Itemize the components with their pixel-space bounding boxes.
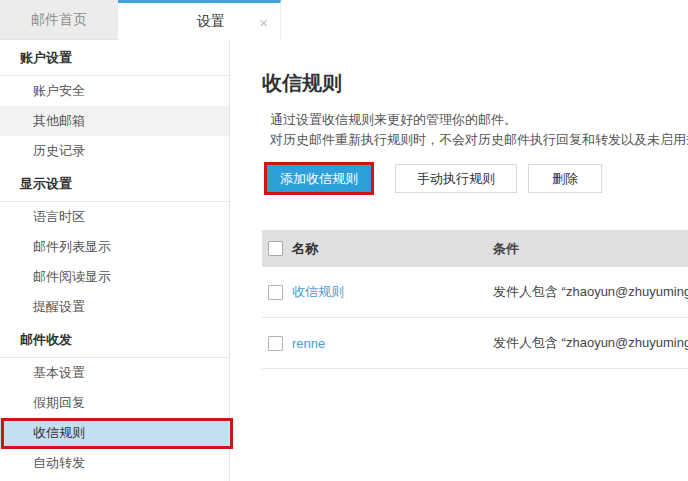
sidebar-item-reminder-settings[interactable]: 提醒设置	[0, 292, 229, 322]
row-checkbox[interactable]	[268, 336, 283, 351]
rule-name-link[interactable]: renne	[292, 336, 493, 351]
sidebar-item-language-timezone[interactable]: 语言时区	[0, 202, 229, 232]
toolbar: 添加收信规则 手动执行规则 删除	[264, 162, 688, 195]
sidebar-section-mail-send-receive: 邮件收发	[0, 322, 229, 358]
description-line-2: 对历史邮件重新执行规则时，不会对历史邮件执行回复和转发以及未启用规则。	[270, 130, 688, 150]
column-header-condition: 条件	[493, 240, 519, 258]
table-header-row: 名称 条件	[262, 230, 688, 267]
rules-table: 名称 条件 收信规则 发件人包含 “zhaoyun@zhuyuming.so r…	[262, 230, 688, 369]
sidebar-section-display-settings: 显示设置	[0, 166, 229, 202]
delete-button[interactable]: 删除	[528, 164, 602, 193]
add-rule-button[interactable]: 添加收信规则	[267, 165, 371, 192]
tab-settings-label: 设置	[197, 13, 225, 31]
table-row: renne 发件人包含 “zhaoyun@zhuyuming.so	[262, 318, 688, 369]
description-line-1: 通过设置收信规则来更好的管理你的邮件。	[270, 110, 688, 130]
page-title: 收信规则	[262, 70, 688, 96]
sidebar-section-account-settings: 账户设置	[0, 40, 229, 76]
sidebar-item-basic-settings[interactable]: 基本设置	[0, 358, 229, 388]
sidebar-item-account-security[interactable]: 账户安全	[0, 76, 229, 106]
column-header-name: 名称	[292, 240, 493, 258]
sidebar-item-mail-reading-display[interactable]: 邮件阅读显示	[0, 262, 229, 292]
settings-sidebar: 账户设置 账户安全 其他邮箱 历史记录 显示设置 语言时区 邮件列表显示 邮件阅…	[0, 40, 230, 481]
select-all-checkbox[interactable]	[268, 241, 283, 256]
page-description: 通过设置收信规则来更好的管理你的邮件。 对历史邮件重新执行规则时，不会对历史邮件…	[270, 110, 688, 150]
sidebar-item-mail-list-display[interactable]: 邮件列表显示	[0, 232, 229, 262]
row-checkbox[interactable]	[268, 285, 283, 300]
tab-mail-home[interactable]: 邮件首页	[0, 0, 118, 40]
rule-name-link[interactable]: 收信规则	[292, 283, 493, 301]
annotation-box-add-button: 添加收信规则	[264, 162, 374, 195]
tab-settings[interactable]: 设置 ×	[118, 0, 281, 40]
sidebar-item-vacation-reply[interactable]: 假期回复	[0, 388, 229, 418]
sidebar-item-other-mailboxes[interactable]: 其他邮箱	[0, 106, 229, 136]
rule-condition: 发件人包含 “zhaoyun@zhuyuming.so	[493, 334, 688, 352]
run-rules-manually-button[interactable]: 手动执行规则	[395, 164, 517, 193]
tab-mail-home-label: 邮件首页	[31, 11, 87, 29]
rule-condition: 发件人包含 “zhaoyun@zhuyuming.so	[493, 283, 688, 301]
close-icon[interactable]: ×	[259, 14, 268, 29]
sidebar-item-receiving-rules[interactable]: 收信规则	[0, 418, 229, 448]
sidebar-item-history[interactable]: 历史记录	[0, 136, 229, 166]
sidebar-item-auto-forward[interactable]: 自动转发	[0, 448, 229, 478]
tab-bar: 邮件首页 设置 ×	[0, 0, 688, 40]
main-content: 收信规则 通过设置收信规则来更好的管理你的邮件。 对历史邮件重新执行规则时，不会…	[230, 40, 688, 481]
table-row: 收信规则 发件人包含 “zhaoyun@zhuyuming.so	[262, 267, 688, 318]
